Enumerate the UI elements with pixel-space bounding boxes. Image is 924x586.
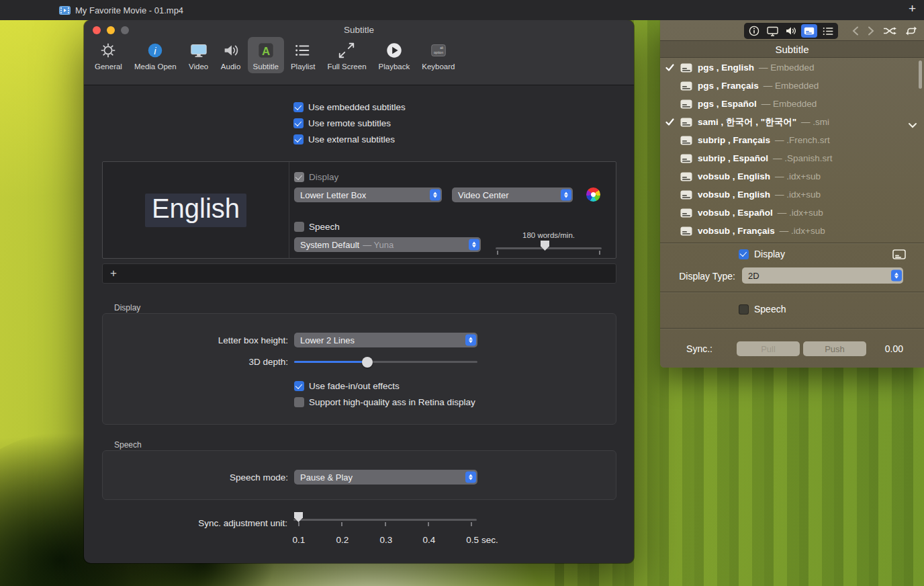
slider-thumb[interactable]	[541, 241, 549, 251]
display-pane-icon[interactable]	[765, 24, 781, 38]
sync-adjustment-label: Sync. adjustment unit:	[102, 518, 287, 528]
text-color-icon[interactable]	[586, 187, 600, 202]
toolbar-item-media-open[interactable]: i Media Open	[129, 37, 182, 73]
3d-depth-slider[interactable]	[294, 361, 477, 363]
subtitle-sample-zone: English	[103, 162, 289, 258]
subtitle-pane-icon[interactable]	[801, 24, 817, 38]
subtitle-cc-icon	[680, 208, 692, 218]
use-external-subtitles-checkbox[interactable]: Use external subtitles	[293, 134, 395, 144]
fade-effects-checkbox[interactable]: Use fade-in/out effects	[294, 381, 400, 391]
toolbar-label: Video	[189, 62, 208, 71]
volume-pane-icon[interactable]	[783, 24, 799, 38]
toolbar-item-keyboard[interactable]: altoption Keyboard	[416, 37, 460, 73]
info-icon[interactable]	[746, 24, 762, 38]
subtitle-cc-icon	[680, 172, 692, 181]
checkbox-box	[294, 381, 304, 391]
speech-rate-slider[interactable]	[496, 247, 602, 249]
checkbox-box	[294, 222, 304, 232]
app-titlebar: My Favorite Movie - 01.mp4 +	[0, 0, 924, 20]
play-circle-icon	[384, 40, 404, 60]
track-row[interactable]: vobsub , Français — .idx+sub	[660, 222, 924, 240]
checkbox-box	[739, 304, 749, 315]
track-row[interactable]: vobsub , English — .idx+sub	[660, 185, 924, 204]
speech-voice-popup[interactable]: System Default — Yuna	[294, 237, 481, 252]
subtitle-a-icon: A	[256, 40, 276, 60]
panel-header: Subtitle	[660, 40, 924, 58]
subtitle-cc-icon	[680, 226, 692, 236]
use-embedded-subtitles-checkbox[interactable]: Use embedded subtitles	[293, 102, 406, 112]
toolbar-item-general[interactable]: General	[89, 37, 128, 73]
toolbar-item-playlist[interactable]: Playlist	[285, 37, 320, 73]
toolbar-label: Playback	[379, 62, 410, 71]
shuffle-icon[interactable]	[883, 26, 896, 36]
preferences-header: Subtitle General i Media Open Video Audi…	[84, 20, 634, 85]
sync-value: 0.00	[874, 343, 903, 354]
video-align-popup[interactable]: Video Center	[452, 187, 573, 202]
toolbar-item-full-screen[interactable]: Full Screen	[322, 37, 371, 73]
track-row[interactable]: pgs , English — Embedded	[660, 58, 924, 77]
toolbar-item-subtitle[interactable]: A Subtitle	[248, 37, 284, 73]
letterbox-position-popup[interactable]: Lower Letter Box	[294, 187, 442, 202]
track-row[interactable]: pgs , Español — Embedded	[660, 95, 924, 113]
playlist-icon	[293, 40, 313, 60]
panel-divider	[660, 292, 924, 292]
toolbar-label: Full Screen	[327, 62, 366, 71]
use-remote-subtitles-checkbox[interactable]: Use remote subtitles	[293, 118, 391, 128]
panel-speech-checkbox[interactable]: Speech	[739, 304, 786, 315]
speech-mode-popup[interactable]: Pause & Play	[294, 470, 477, 485]
option-key-icon: altoption	[428, 40, 449, 60]
add-style-bar: +	[102, 263, 616, 284]
chevron-down-icon[interactable]	[908, 119, 917, 131]
checkbox-box	[293, 118, 304, 128]
track-check-icon	[665, 64, 680, 71]
panel-display-checkbox[interactable]: Display	[739, 249, 785, 259]
subtitle-display-icon[interactable]	[892, 249, 906, 259]
window-title: My Favorite Movie - 01.mp4	[75, 5, 183, 15]
track-row[interactable]: subrip , Français — .French.srt	[660, 131, 924, 149]
track-row[interactable]: vobsub , English — .idx+sub	[660, 167, 924, 185]
add-button[interactable]: +	[909, 1, 916, 16]
svg-text:A: A	[262, 45, 270, 58]
toolbar-item-video[interactable]: Video	[183, 37, 214, 73]
preview-speech-checkbox[interactable]: Speech	[294, 222, 340, 232]
playlist-pane-icon[interactable]	[820, 24, 836, 38]
preferences-toolbar: General i Media Open Video Audio A Subti…	[89, 37, 460, 73]
sync-unit-slider[interactable]	[293, 519, 477, 521]
sync-label: Sync.:	[660, 343, 712, 354]
stepper-icon	[465, 472, 476, 483]
track-row[interactable]: pgs , Français — Embedded	[660, 77, 924, 95]
track-row[interactable]: vobsub , Español — .idx+sub	[660, 204, 924, 222]
movie-file-icon	[59, 6, 71, 15]
stepper-icon	[469, 239, 479, 251]
retina-ass-checkbox[interactable]: Support high-quality ass in Retina displ…	[294, 397, 475, 407]
toolbar-item-playback[interactable]: Playback	[373, 37, 416, 73]
preferences-title: Subtitle	[84, 25, 634, 35]
add-style-button[interactable]: +	[110, 267, 117, 280]
info-circle-icon: i	[145, 40, 165, 60]
subtitle-preview-box: English Display Lower Letter Box Video C…	[102, 161, 616, 259]
letterbox-height-popup[interactable]: Lower 2 Lines	[294, 333, 477, 347]
toolbar-label: Audio	[221, 62, 240, 71]
gear-icon	[98, 40, 118, 60]
toolbar-label: Subtitle	[253, 62, 279, 71]
preview-display-checkbox[interactable]: Display	[294, 172, 338, 182]
track-row[interactable]: sami , 한국어 , "한국어" — .smi	[660, 113, 924, 131]
toolbar-item-audio[interactable]: Audio	[216, 37, 246, 73]
sync-tick-label: 0.5 sec.	[459, 535, 506, 545]
chevron-left-icon[interactable]	[852, 26, 859, 36]
speech-group-box: Speech mode: Pause & Play	[102, 450, 616, 500]
display-type-popup[interactable]: 2D	[742, 267, 903, 284]
slider-thumb[interactable]	[362, 357, 373, 368]
sync-pull-button[interactable]: Pull	[737, 341, 800, 356]
sync-push-button[interactable]: Push	[803, 341, 866, 356]
slider-thumb[interactable]	[294, 512, 303, 522]
subtitle-cc-icon	[680, 81, 692, 91]
toolbar-label: General	[95, 62, 122, 71]
track-row[interactable]: subrip , Español — .Spanish.srt	[660, 149, 924, 167]
subtitle-cc-icon	[680, 63, 692, 73]
titlebar-document: My Favorite Movie - 01.mp4	[59, 5, 183, 15]
panel-divider	[660, 328, 924, 329]
repeat-icon[interactable]	[905, 26, 917, 36]
chevron-right-icon[interactable]	[868, 26, 874, 36]
display-type-label: Display Type:	[660, 271, 735, 282]
